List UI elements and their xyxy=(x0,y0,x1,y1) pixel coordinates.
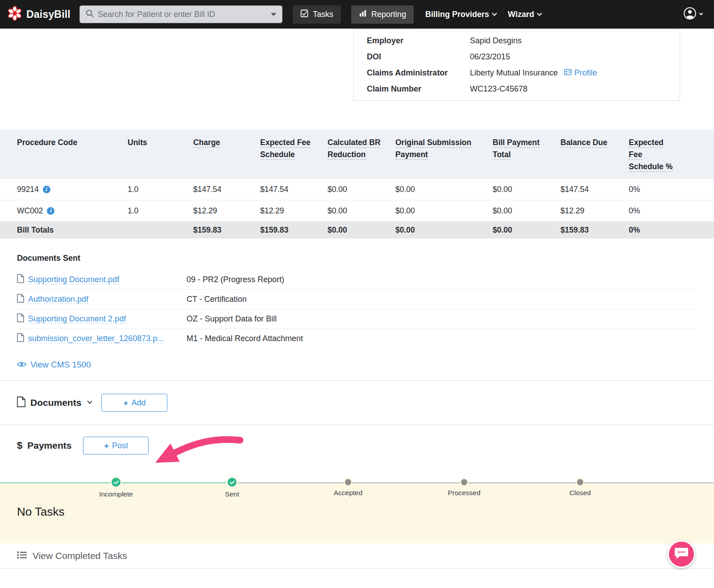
info-icon[interactable]: i xyxy=(47,207,54,215)
progress-step-closed: Closed xyxy=(540,478,620,497)
info-icon[interactable]: i xyxy=(43,186,50,193)
totals-bill-payment: $0.00 xyxy=(493,225,560,235)
document-filename: Supporting Document 2.pdf xyxy=(28,314,126,324)
wizard-menu[interactable]: Wizard xyxy=(508,10,541,19)
documents-section: Documents + Add xyxy=(0,381,714,425)
dollar-icon: $ xyxy=(17,440,22,451)
post-button-label: Post xyxy=(112,441,128,450)
wizard-label: Wizard xyxy=(508,10,534,19)
expected-fee-cell: $147.54 xyxy=(260,185,328,194)
totals-expected-pct: 0% xyxy=(629,225,714,235)
reporting-button[interactable]: Reporting xyxy=(351,5,414,24)
document-row: Authorization.pdf CT - Certification xyxy=(17,290,697,309)
employer-value: Sapid Desgins xyxy=(470,36,667,46)
document-type: OZ - Support Data for Bill xyxy=(187,314,697,324)
bill-payment-cell: $0.00 xyxy=(493,206,560,216)
profile-link-label: Profile xyxy=(574,68,597,78)
document-filename: Supporting Document.pdf xyxy=(28,275,119,284)
procedure-table: Procedure Code Units Charge Expected Fee… xyxy=(0,129,714,238)
procedure-code: 99214 xyxy=(17,185,39,194)
view-cms-label: View CMS 1500 xyxy=(30,360,91,370)
pdf-file-icon xyxy=(17,274,24,285)
view-cms-1500-link[interactable]: View CMS 1500 xyxy=(17,360,91,370)
progress-step-label: Processed xyxy=(424,489,504,497)
document-link[interactable]: Supporting Document.pdf xyxy=(17,274,187,285)
totals-br-reduction: $0.00 xyxy=(328,225,395,235)
claims-admin-label: Claims Administrator xyxy=(367,68,470,78)
charge-cell: $12.29 xyxy=(193,206,260,216)
col-header-procedure-code: Procedure Code xyxy=(17,137,128,149)
progress-step-incomplete: Incomplete xyxy=(76,478,156,498)
claim-info-row-claim-number: Claim Number WC123-C45678 xyxy=(354,81,680,97)
doi-value: 06/23/2015 xyxy=(470,52,667,62)
view-completed-tasks-link[interactable]: View Completed Tasks xyxy=(17,550,127,561)
col-header-expected-fee-schedule[interactable]: Expected Fee Schedule xyxy=(260,137,328,161)
tasks-panel: Incomplete Sent Accepted Processed Close… xyxy=(0,483,714,543)
bill-totals-row: Bill Totals $159.83 $159.83 $0.00 $0.00 … xyxy=(0,222,714,238)
view-completed-tasks-label: View Completed Tasks xyxy=(33,550,127,561)
col-header-expected-fee-schedule-pct[interactable]: Expected Fee Schedule % xyxy=(629,137,714,173)
totals-expected-fee: $159.83 xyxy=(260,225,328,235)
brand-name: DaisyBill xyxy=(26,8,71,21)
search-icon xyxy=(86,9,94,19)
col-header-original-submission-payment[interactable]: Original Submission Payment xyxy=(395,137,493,161)
document-link[interactable]: Authorization.pdf xyxy=(17,294,187,305)
add-document-button[interactable]: + Add xyxy=(101,394,167,412)
pending-dot-icon xyxy=(345,479,351,485)
pdf-file-icon xyxy=(17,313,24,325)
chat-widget-button[interactable] xyxy=(668,540,695,568)
document-type: 09 - PR2 (Progress Report) xyxy=(187,275,697,284)
claims-admin-name: Liberty Mutual Insurance xyxy=(470,68,558,78)
reporting-button-label: Reporting xyxy=(371,10,406,19)
col-header-bill-payment-total[interactable]: Bill Payment Total xyxy=(493,137,560,161)
profile-link[interactable]: Profile xyxy=(564,68,597,78)
employer-label: Employer xyxy=(367,36,470,46)
progress-step-processed: Processed xyxy=(424,478,504,497)
documents-section-title: Documents xyxy=(30,397,81,408)
bill-payment-cell: $0.00 xyxy=(493,185,560,194)
claim-number-value: WC123-C45678 xyxy=(470,84,667,94)
billing-providers-menu[interactable]: Billing Providers xyxy=(425,10,496,19)
search-dropdown-caret[interactable] xyxy=(271,13,276,16)
daisybill-logo-icon xyxy=(7,6,22,23)
units-cell: 1.0 xyxy=(128,185,193,194)
plus-icon: + xyxy=(123,399,128,407)
account-menu[interactable] xyxy=(683,7,702,22)
documents-section-header[interactable]: Documents xyxy=(17,396,91,409)
documents-sent-title: Documents Sent xyxy=(17,254,697,263)
document-link[interactable]: Supporting Document 2.pdf xyxy=(17,313,187,325)
check-circle-icon xyxy=(112,478,120,487)
plus-icon: + xyxy=(104,442,109,450)
document-row: submission_cover_letter_1260873.p... M1 … xyxy=(17,329,697,348)
col-header-charge[interactable]: Charge xyxy=(193,137,260,149)
billing-providers-label: Billing Providers xyxy=(425,10,489,19)
document-filename: Authorization.pdf xyxy=(28,295,88,304)
progress-step-label: Incomplete xyxy=(76,490,156,498)
tasks-button[interactable]: Tasks xyxy=(293,5,341,24)
chevron-down-icon xyxy=(537,11,542,16)
list-icon xyxy=(17,550,27,561)
totals-charge: $159.83 xyxy=(193,225,260,235)
pending-dot-icon xyxy=(577,479,583,485)
balance-due-cell: $147.54 xyxy=(560,185,629,194)
col-header-calculated-br-reduction[interactable]: Calculated BR Reduction xyxy=(328,137,395,161)
progress-step-label: Closed xyxy=(540,489,620,497)
claim-number-label: Claim Number xyxy=(367,84,470,94)
pdf-file-icon xyxy=(17,333,24,344)
charge-cell: $147.54 xyxy=(193,185,260,194)
claim-info-row-employer: Employer Sapid Desgins xyxy=(354,33,680,49)
procedure-row-99214: 99214 i 1.0 $147.54 $147.54 $0.00 $0.00 … xyxy=(0,179,714,200)
eye-icon xyxy=(17,360,26,370)
col-header-balance-due[interactable]: Balance Due xyxy=(560,137,629,149)
progress-step-label: Accepted xyxy=(308,489,388,497)
check-circle-icon xyxy=(228,478,237,487)
search-input[interactable] xyxy=(98,10,267,19)
claim-info-panel: Employer Sapid Desgins DOI 06/23/2015 Cl… xyxy=(353,29,680,101)
post-payment-button[interactable]: + Post xyxy=(83,437,149,455)
chat-bubble-icon xyxy=(674,546,689,562)
brand-home-link[interactable]: DaisyBill xyxy=(7,6,71,23)
document-link[interactable]: submission_cover_letter_1260873.p... xyxy=(17,333,187,344)
expected-pct-cell: 0% xyxy=(629,185,714,194)
units-cell: 1.0 xyxy=(128,206,193,216)
payments-section-title: Payments xyxy=(27,440,71,451)
